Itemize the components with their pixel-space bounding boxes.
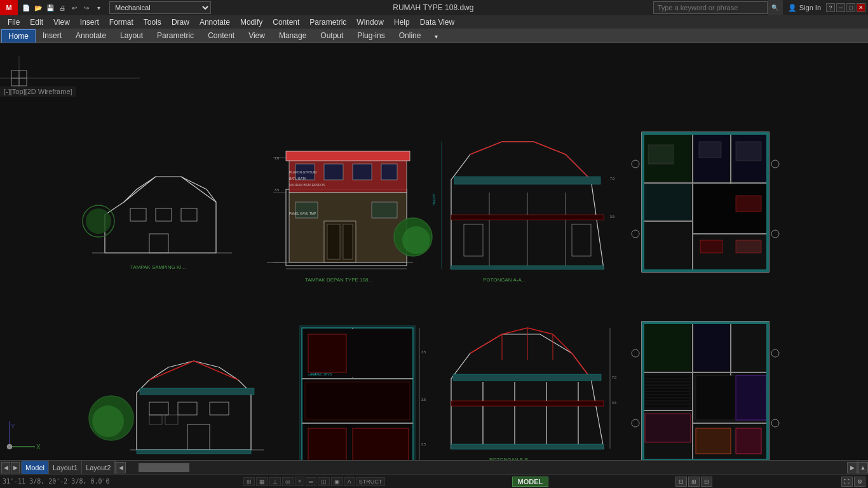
view-mode-3[interactable]: ⊟ xyxy=(701,477,712,487)
tab-annotate[interactable]: Annotate xyxy=(69,29,113,43)
bottom-tools: ⊞ ▦ ⊥ ◎ ⌖ ═ ◫ ▣ A STRUCT xyxy=(243,477,385,486)
tab-insert[interactable]: Insert xyxy=(36,29,69,43)
menu-annotate[interactable]: Annotate xyxy=(194,15,235,29)
selection-button[interactable]: ▣ xyxy=(331,477,343,486)
tab-model[interactable]: Model xyxy=(22,461,49,474)
osnap-button[interactable]: ⌖ xyxy=(295,477,304,486)
search-input[interactable] xyxy=(653,1,768,14)
scroll-right-button[interactable]: ▶ xyxy=(847,462,857,473)
redo-button[interactable]: ↪ xyxy=(81,2,92,13)
model-indicator: MODEL xyxy=(512,477,549,487)
grid-button[interactable]: ▦ xyxy=(256,477,268,486)
view-mode-2[interactable]: ⊞ xyxy=(688,477,700,487)
svg-rect-149 xyxy=(643,323,691,371)
menu-edit[interactable]: Edit xyxy=(25,15,48,29)
transparency-button[interactable]: ◫ xyxy=(318,477,330,486)
svg-rect-163 xyxy=(736,428,761,454)
sign-in-area[interactable]: 👤 Sign In xyxy=(783,4,826,12)
menu-file[interactable]: File xyxy=(3,15,25,29)
ortho-button[interactable]: ⊥ xyxy=(269,477,281,486)
view-mode-buttons: ⊡ ⊞ ⊟ xyxy=(675,477,712,487)
svg-text:3.5: 3.5 xyxy=(421,350,426,354)
snap-button[interactable]: ⊞ xyxy=(243,477,255,486)
svg-rect-75 xyxy=(699,142,721,158)
svg-rect-74 xyxy=(648,145,674,164)
tab-home[interactable]: Home xyxy=(1,29,36,43)
workspace-button[interactable]: STRUCT xyxy=(356,477,386,486)
close-button[interactable]: ✕ xyxy=(857,3,865,12)
menu-modify[interactable]: Modify xyxy=(235,15,268,29)
tab-more[interactable]: ▾ xyxy=(428,30,445,43)
tab-output[interactable]: Output xyxy=(313,29,350,43)
lineweight-button[interactable]: ═ xyxy=(306,477,316,486)
tab-content[interactable]: Content xyxy=(201,29,241,43)
menu-help[interactable]: Help xyxy=(389,15,415,29)
scroll-left-button[interactable]: ◀ xyxy=(116,462,126,473)
save-button[interactable]: 💾 xyxy=(44,2,56,13)
menu-bar: File Edit View Insert Format Tools Draw … xyxy=(0,15,868,29)
menu-window[interactable]: Window xyxy=(351,15,389,29)
annotation-button[interactable]: A xyxy=(344,477,355,486)
menu-parametric[interactable]: Parametric xyxy=(304,15,351,29)
tab-layout2[interactable]: Layout2 xyxy=(82,461,115,474)
tab-area: Model Layout1 Layout2 xyxy=(22,461,115,474)
svg-rect-137 xyxy=(451,444,604,449)
svg-rect-169 xyxy=(642,322,644,460)
view-mode-1[interactable]: ⊡ xyxy=(675,477,687,487)
tab-manage[interactable]: Manage xyxy=(272,29,313,43)
help-button[interactable]: ? xyxy=(826,3,835,12)
polar-button[interactable]: ◎ xyxy=(282,477,294,486)
svg-text:LANTAI 1: LANTAI 1 xyxy=(308,373,320,376)
svg-rect-28 xyxy=(295,202,318,218)
minimize-button[interactable]: ─ xyxy=(836,3,845,12)
open-button[interactable]: 📂 xyxy=(32,2,44,13)
svg-rect-59 xyxy=(451,266,604,269)
menu-tools[interactable]: Tools xyxy=(139,15,166,29)
menu-insert[interactable]: Insert xyxy=(75,15,104,29)
workspace-dropdown[interactable]: ▾ xyxy=(93,2,104,13)
menu-draw[interactable]: Draw xyxy=(166,15,194,29)
coordinates-display: 31'-11 3/8, 20'-2 3/8, 0.0'0 xyxy=(3,478,117,485)
menu-view[interactable]: View xyxy=(48,15,75,29)
tab-parametric[interactable]: Parametric xyxy=(150,29,201,43)
restore-button[interactable]: □ xyxy=(846,3,855,12)
svg-text:7.0: 7.0 xyxy=(275,156,279,160)
scroll-thumb[interactable] xyxy=(139,463,189,472)
tab-layout1[interactable]: Layout1 xyxy=(49,461,82,474)
svg-rect-82 xyxy=(642,132,644,272)
svg-text:3.5: 3.5 xyxy=(275,188,279,192)
svg-rect-80 xyxy=(642,132,769,135)
svg-text:BATU BATA: BATU BATA xyxy=(289,177,306,180)
settings-button[interactable]: ⚙ xyxy=(854,477,865,487)
search-icon[interactable]: 🔍 xyxy=(768,0,783,15)
svg-rect-113 xyxy=(308,428,346,460)
tab-view[interactable]: View xyxy=(241,29,272,43)
svg-text:PLAFON GYPSUM: PLAFON GYPSUM xyxy=(289,170,316,174)
svg-text:PANEL KAYU TMP: PANEL KAYU TMP xyxy=(289,212,316,215)
svg-text:3.5: 3.5 xyxy=(610,215,614,219)
fullscreen-button[interactable]: ⛶ xyxy=(841,477,853,487)
tab-online[interactable]: Online xyxy=(392,29,428,43)
svg-text:3.5: 3.5 xyxy=(421,442,426,446)
tab-layout[interactable]: Layout xyxy=(113,29,150,43)
tab-prev-button[interactable]: ◀ xyxy=(1,462,10,473)
horizontal-scrollbar[interactable]: ◀ ▶ xyxy=(115,461,858,474)
tab-next-button[interactable]: ▶ xyxy=(11,462,20,473)
svg-rect-151 xyxy=(732,323,768,371)
svg-rect-81 xyxy=(642,269,769,272)
svg-text:POTONGAN A-A...: POTONGAN A-A... xyxy=(483,277,526,283)
menu-format[interactable]: Format xyxy=(104,15,139,29)
menu-dataview[interactable]: Data View xyxy=(415,15,459,29)
undo-button[interactable]: ↩ xyxy=(69,2,80,13)
tab-plugins[interactable]: Plug-ins xyxy=(350,29,391,43)
new-button[interactable]: 📄 xyxy=(20,2,32,13)
workspace-selector[interactable]: Mechanical xyxy=(109,1,211,14)
scroll-up-button[interactable]: ▲ xyxy=(858,462,868,473)
svg-point-15 xyxy=(86,208,111,234)
svg-rect-166 xyxy=(736,376,766,420)
print-button[interactable]: 🖨 xyxy=(57,2,68,13)
menu-content[interactable]: Content xyxy=(268,15,304,29)
svg-rect-150 xyxy=(694,323,729,371)
svg-rect-27 xyxy=(343,224,353,259)
drawing-canvas[interactable]: [-][Top][2D Wireframe] xyxy=(0,43,868,460)
